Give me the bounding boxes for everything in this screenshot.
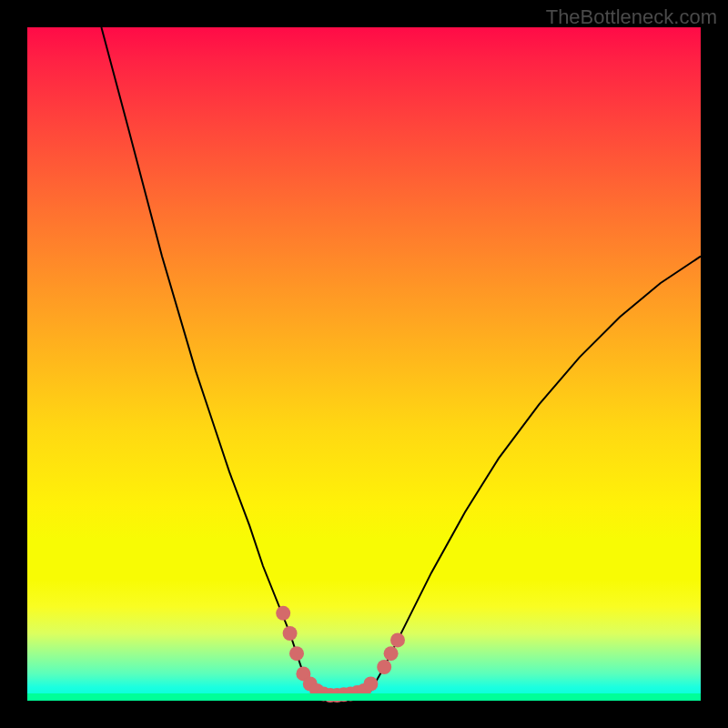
marker-group (276, 606, 405, 703)
curve-marker (390, 632, 405, 647)
plot-area (27, 27, 701, 701)
curve-marker (276, 606, 290, 621)
bottleneck-curve (101, 27, 701, 697)
baseline-bar (27, 693, 701, 701)
watermark-text: TheBottleneck.com (546, 5, 717, 29)
curve-marker (363, 677, 378, 692)
curve-marker (377, 660, 391, 674)
curve-marker (283, 626, 298, 641)
chart-svg (27, 27, 701, 701)
curve-marker (289, 646, 304, 661)
curve-marker (384, 646, 399, 661)
